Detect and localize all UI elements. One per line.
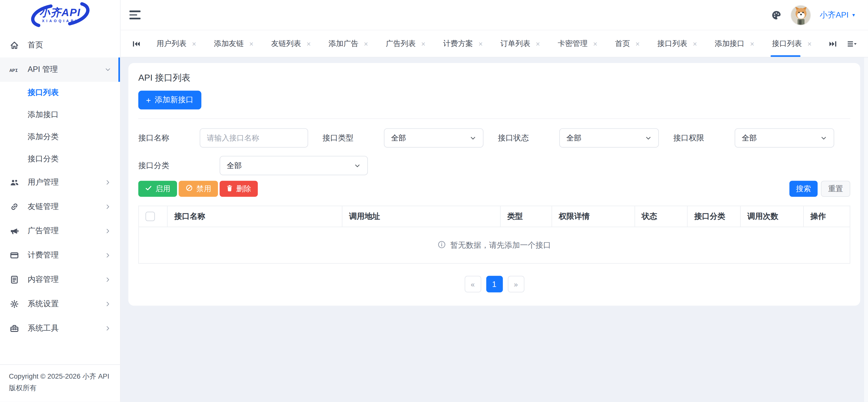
chevron-right-icon xyxy=(104,301,111,307)
tab-close-icon[interactable]: × xyxy=(192,40,196,47)
sidebar-subitem-添加分类[interactable]: 添加分类 xyxy=(0,126,120,148)
tab-close-icon[interactable]: × xyxy=(536,40,540,47)
brand-logo[interactable]: 小齐API XIAOQIAPI xyxy=(0,0,120,30)
delete-button[interactable]: 删除 xyxy=(219,181,258,197)
check-icon xyxy=(145,185,152,193)
user-menu[interactable]: 小齐API ▼ xyxy=(820,10,856,20)
api-list-card: API 接口列表 + 添加新接口 接口名称 接口类型 全 xyxy=(128,63,860,306)
scrollbar-track[interactable] xyxy=(864,58,868,402)
sidebar-item-api[interactable]: APIAPI 管理 xyxy=(0,58,120,82)
sidebar-item-tools[interactable]: 系统工具 xyxy=(0,316,120,340)
tab-label: 友链列表 xyxy=(271,39,301,49)
main-column: 小齐API ▼ 用户列表×添加友链×友链列表×添加广告×广告列表×计费方案×订单… xyxy=(121,0,868,402)
sidebar-item-content[interactable]: 内容管理 xyxy=(0,268,120,292)
api-name-input[interactable] xyxy=(200,128,308,147)
chevron-right-icon xyxy=(104,179,111,186)
tab-5[interactable]: 计费方案× xyxy=(434,30,492,57)
api-icon: API xyxy=(9,65,20,75)
username-text: 小齐API xyxy=(820,10,849,20)
tab-close-icon[interactable]: × xyxy=(364,40,368,47)
tabs-scroll-left-icon[interactable] xyxy=(127,39,146,48)
empty-state-text: 暂无数据，请先添加一个接口 xyxy=(451,240,551,250)
sidebar-subitem-接口列表[interactable]: 接口列表 xyxy=(0,82,120,104)
page-title: API 接口列表 xyxy=(138,72,850,84)
add-api-button[interactable]: + 添加新接口 xyxy=(138,91,201,109)
credit-card-icon xyxy=(9,250,20,261)
pagination-page-1-button[interactable]: 1 xyxy=(486,276,503,293)
column-header-0: 接口名称 xyxy=(167,206,342,227)
sidebar-item-label: API 管理 xyxy=(28,65,58,75)
tab-label: 首页 xyxy=(615,39,630,49)
sidebar-item-label: 计费管理 xyxy=(28,250,59,261)
megaphone-icon xyxy=(9,226,20,236)
chevron-down-icon xyxy=(104,66,111,73)
tab-1[interactable]: 添加友链× xyxy=(205,30,262,57)
tab-options-menu-icon[interactable] xyxy=(842,39,861,48)
chevron-right-icon xyxy=(104,276,111,283)
tab-9[interactable]: 接口列表× xyxy=(649,30,706,57)
tab-6[interactable]: 订单列表× xyxy=(492,30,549,57)
sidebar-item-home[interactable]: 首页 xyxy=(0,33,120,58)
enable-button[interactable]: 启用 xyxy=(138,181,177,197)
tab-2[interactable]: 友链列表× xyxy=(262,30,319,57)
tab-close-icon[interactable]: × xyxy=(593,40,597,47)
disable-button[interactable]: 禁用 xyxy=(179,181,218,197)
chevron-down-icon xyxy=(354,162,361,169)
sidebar-item-ads[interactable]: 广告管理 xyxy=(0,219,120,243)
table-empty-row: 暂无数据，请先添加一个接口 xyxy=(138,227,850,263)
tab-4[interactable]: 广告列表× xyxy=(377,30,434,57)
filter-section: 接口名称 接口类型 全部 接口状态 xyxy=(138,118,850,175)
sidebar-item-label: 广告管理 xyxy=(28,226,59,236)
api-status-select[interactable]: 全部 xyxy=(559,128,659,147)
tab-close-icon[interactable]: × xyxy=(249,40,253,47)
tab-close-icon[interactable]: × xyxy=(807,40,812,47)
tab-0[interactable]: 用户列表× xyxy=(148,30,205,57)
tabs-scroll-right-icon[interactable] xyxy=(824,39,842,48)
gear-icon xyxy=(9,299,20,309)
tab-close-icon[interactable]: × xyxy=(307,40,311,47)
avatar[interactable] xyxy=(790,5,811,25)
sidebar-item-label: 系统工具 xyxy=(28,323,59,333)
sidebar-subitem-接口分类[interactable]: 接口分类 xyxy=(0,148,120,170)
tab-close-icon[interactable]: × xyxy=(478,40,483,47)
api-type-select[interactable]: 全部 xyxy=(384,128,484,147)
sidebar-item-users[interactable]: 用户管理 xyxy=(0,170,120,195)
sidebar-toggle-icon[interactable] xyxy=(129,10,141,19)
api-permission-select[interactable]: 全部 xyxy=(735,128,834,147)
tab-11[interactable]: 接口列表× xyxy=(763,30,820,57)
tab-close-icon[interactable]: × xyxy=(693,40,697,47)
select-all-checkbox[interactable] xyxy=(146,212,155,221)
tab-7[interactable]: 卡密管理× xyxy=(549,30,606,57)
topbar: 小齐API ▼ xyxy=(121,0,868,30)
tab-10[interactable]: 添加接口× xyxy=(706,30,763,57)
sidebar-item-links[interactable]: 友链管理 xyxy=(0,195,120,219)
reset-button[interactable]: 重置 xyxy=(821,181,850,197)
search-button[interactable]: 搜索 xyxy=(789,181,817,197)
logo-subtext: XIAOQIAPI xyxy=(42,19,78,23)
sidebar-item-billing[interactable]: 计费管理 xyxy=(0,243,120,268)
column-header-4: 状态 xyxy=(635,206,687,227)
tab-close-icon[interactable]: × xyxy=(636,40,640,47)
tab-close-icon[interactable]: × xyxy=(421,40,426,47)
sidebar-item-label: 系统设置 xyxy=(28,299,59,309)
chevron-right-icon xyxy=(104,203,111,210)
pagination-prev-button[interactable]: « xyxy=(464,276,481,293)
sidebar-subitem-添加接口[interactable]: 添加接口 xyxy=(0,104,120,126)
column-header-2: 类型 xyxy=(500,206,552,227)
chevron-down-icon xyxy=(470,135,476,141)
table-header-row: 接口名称调用地址类型权限详情状态接口分类调用次数操作 xyxy=(138,206,850,227)
api-category-select[interactable]: 全部 xyxy=(219,156,368,175)
content-area: API 接口列表 + 添加新接口 接口名称 接口类型 全 xyxy=(121,58,868,402)
tab-label: 添加广告 xyxy=(329,39,358,49)
tab-close-icon[interactable]: × xyxy=(750,40,754,47)
filter-permission-label: 接口权限 xyxy=(673,133,705,143)
theme-palette-icon[interactable] xyxy=(771,10,781,20)
pagination-next-button[interactable]: » xyxy=(508,276,524,293)
tab-label: 卡密管理 xyxy=(558,39,588,49)
sidebar-item-label: 友链管理 xyxy=(28,202,59,212)
caret-down-icon: ▼ xyxy=(851,12,856,18)
tab-8[interactable]: 首页× xyxy=(606,30,649,57)
tab-3[interactable]: 添加广告× xyxy=(319,30,377,57)
tab-label: 接口列表 xyxy=(657,39,687,49)
sidebar-item-settings[interactable]: 系统设置 xyxy=(0,292,120,316)
